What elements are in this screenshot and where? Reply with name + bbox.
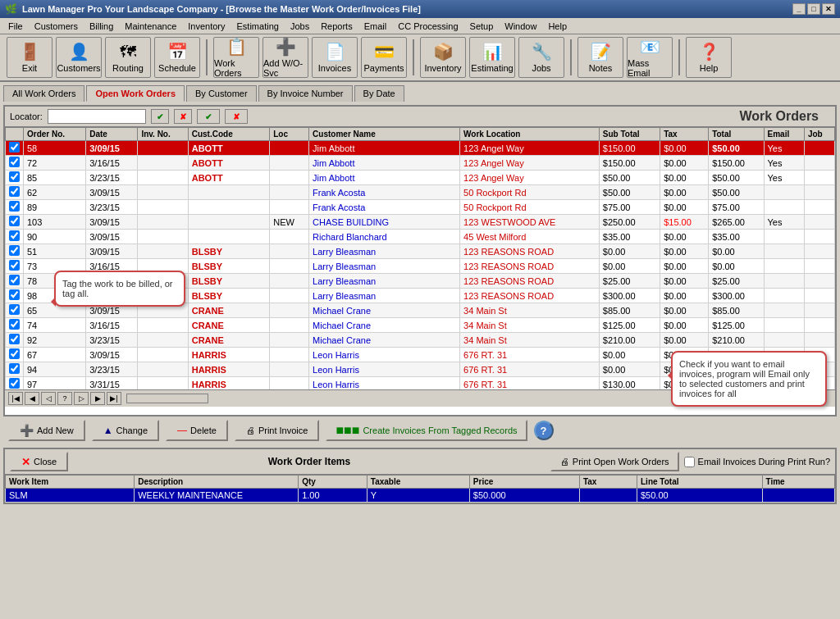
menu-setup[interactable]: Setup [465, 20, 499, 33]
nav-first[interactable]: |◀ [8, 392, 23, 405]
row-checkbox[interactable] [9, 186, 20, 197]
table-row[interactable]: 623/09/15Frank Acosta50 Rockport Rd$50.0… [6, 185, 835, 200]
table-row[interactable]: 853/23/15ABOTTJim Abbott123 Angel Way$50… [6, 171, 835, 185]
create-invoices-button[interactable]: ■■■ Create Invoices From Tagged Records [326, 420, 527, 441]
menu-maintenance[interactable]: Maintenance [120, 20, 181, 33]
row-checkbox[interactable] [9, 289, 20, 300]
row-checkbox[interactable] [9, 378, 20, 389]
invoices-button[interactable]: 📄 Invoices [312, 37, 358, 78]
row-checkbox[interactable] [9, 142, 20, 152]
table-row[interactable]: 723/16/15ABOTTJim Abbott123 Angel Way$15… [6, 156, 835, 171]
delete-button[interactable]: — Delete [166, 420, 228, 441]
menu-email[interactable]: Email [359, 20, 392, 33]
tag-btn[interactable]: ✔ [197, 109, 220, 124]
nav-next[interactable]: ▶ [90, 392, 105, 405]
change-button[interactable]: ▲ Change [92, 420, 159, 441]
print-invoice-button[interactable]: 🖨 Print Invoice [235, 420, 320, 441]
table-row[interactable]: 923/23/15CRANEMichael Crane34 Main St$21… [6, 333, 835, 348]
notes-icon: 📝 [591, 42, 611, 61]
table-row[interactable]: 893/23/15Frank Acosta50 Rockport Rd$75.0… [6, 200, 835, 215]
add-new-button[interactable]: ➕ Add New [8, 420, 85, 441]
close-button[interactable]: ✕ Close [10, 452, 68, 471]
schedule-button[interactable]: 📅 Schedule [154, 37, 200, 78]
close-btn[interactable]: ✕ [822, 3, 835, 15]
menu-cc[interactable]: CC Processing [393, 20, 463, 33]
items-col-tax: Tax [579, 476, 637, 489]
row-checkbox[interactable] [9, 171, 20, 182]
menu-inventory[interactable]: Inventory [183, 20, 230, 33]
table-cell: Yes [764, 141, 804, 156]
horizontal-scroll[interactable] [126, 394, 208, 403]
x-btn[interactable]: ✘ [174, 109, 192, 124]
row-checkbox[interactable] [9, 201, 20, 212]
help-button[interactable]: ❓ Help [686, 37, 732, 78]
row-checkbox[interactable] [9, 245, 20, 256]
mass-email-button[interactable]: 📧 Mass Email [627, 37, 673, 78]
menu-file[interactable]: File [3, 20, 28, 33]
jobs-button[interactable]: 🔧 Jobs [518, 37, 564, 78]
nav-last[interactable]: ▶| [107, 392, 121, 405]
menu-customers[interactable]: Customers [30, 20, 83, 33]
row-checkbox[interactable] [9, 304, 20, 315]
items-col-work-item: Work Item [6, 476, 135, 489]
row-checkbox[interactable] [9, 230, 20, 241]
tab-by-date[interactable]: By Date [354, 85, 404, 102]
nav-help[interactable]: ? [57, 392, 72, 405]
add-wo-button[interactable]: ➕ Add W/O-Svc [262, 37, 308, 78]
nav-next2[interactable]: ▷ [74, 392, 89, 405]
row-checkbox[interactable] [9, 363, 20, 374]
table-cell [270, 230, 309, 244]
menu-billing[interactable]: Billing [84, 20, 118, 33]
nav-prev2[interactable]: ◁ [41, 392, 56, 405]
row-checkbox[interactable] [9, 319, 20, 330]
table-cell [138, 171, 188, 185]
table-row[interactable]: 1033/09/15NEWCHASE BUILDING123 WESTWOOD … [6, 215, 835, 230]
help-circle-button[interactable]: ? [534, 421, 554, 440]
table-row[interactable]: 743/16/15CRANEMichael Crane34 Main St$12… [6, 318, 835, 333]
check-btn[interactable]: ✔ [151, 109, 169, 124]
table-cell: 123 REASONS ROAD [460, 244, 600, 259]
table-row[interactable]: 903/09/15Richard Blanchard45 West Milfor… [6, 230, 835, 244]
row-checkbox[interactable] [9, 260, 20, 271]
table-cell [138, 200, 188, 215]
row-checkbox[interactable] [9, 275, 20, 285]
row-checkbox[interactable] [9, 334, 20, 344]
tab-all-work-orders[interactable]: All Work Orders [3, 85, 84, 102]
untag-btn[interactable]: ✘ [225, 109, 248, 124]
tab-by-customer[interactable]: By Customer [186, 85, 257, 102]
locator-input[interactable] [48, 109, 146, 124]
notes-button[interactable]: 📝 Notes [578, 37, 623, 78]
table-wrapper[interactable]: Order No. Date Inv. No. Cust.Code Loc Cu… [5, 127, 835, 389]
payments-button[interactable]: 💳 Payments [361, 37, 407, 78]
main-content: All Work Orders Open Work Orders By Cust… [0, 82, 840, 619]
exit-button[interactable]: 🚪 Exit [7, 37, 52, 78]
tab-open-work-orders[interactable]: Open Work Orders [86, 85, 185, 102]
menu-reports[interactable]: Reports [316, 20, 358, 33]
window-controls[interactable]: _ □ ✕ [792, 3, 835, 15]
print-open-wo-button[interactable]: 🖨 Print Open Work Orders [550, 452, 679, 471]
table-cell [270, 171, 309, 185]
routing-button[interactable]: 🗺 Routing [105, 37, 151, 78]
work-orders-button[interactable]: 📋 Work Orders [213, 37, 259, 78]
customers-button[interactable]: 👤 Customers [56, 37, 102, 78]
nav-prev[interactable]: ◀ [25, 392, 39, 405]
restore-btn[interactable]: □ [807, 3, 820, 15]
items-table-row[interactable]: SLMWEEKLY MAINTENANCE1.00Y$50.000$50.00 [6, 489, 835, 503]
menu-jobs[interactable]: Jobs [285, 20, 314, 33]
table-cell: $125.00 [599, 318, 660, 333]
tab-by-invoice-number[interactable]: By Invoice Number [258, 85, 353, 102]
inventory-button[interactable]: 📦 Inventory [420, 37, 466, 78]
row-checkbox[interactable] [9, 348, 20, 359]
row-checkbox[interactable] [9, 157, 20, 167]
table-row[interactable]: 513/09/15BLSBYLarry Bleasman123 REASONS … [6, 244, 835, 259]
row-checkbox[interactable] [9, 216, 20, 226]
email-invoices-checkbox[interactable] [684, 457, 695, 467]
col-job: Job [804, 128, 834, 141]
minimize-btn[interactable]: _ [792, 3, 806, 15]
change-icon: ▲ [103, 425, 113, 436]
table-row[interactable]: 583/09/15ABOTTJim Abbott123 Angel Way$15… [6, 141, 835, 156]
menu-estimating[interactable]: Estimating [232, 20, 284, 33]
menu-help[interactable]: Help [543, 20, 572, 33]
menu-window[interactable]: Window [500, 20, 541, 33]
estimating-button[interactable]: 📊 Estimating [469, 37, 515, 78]
